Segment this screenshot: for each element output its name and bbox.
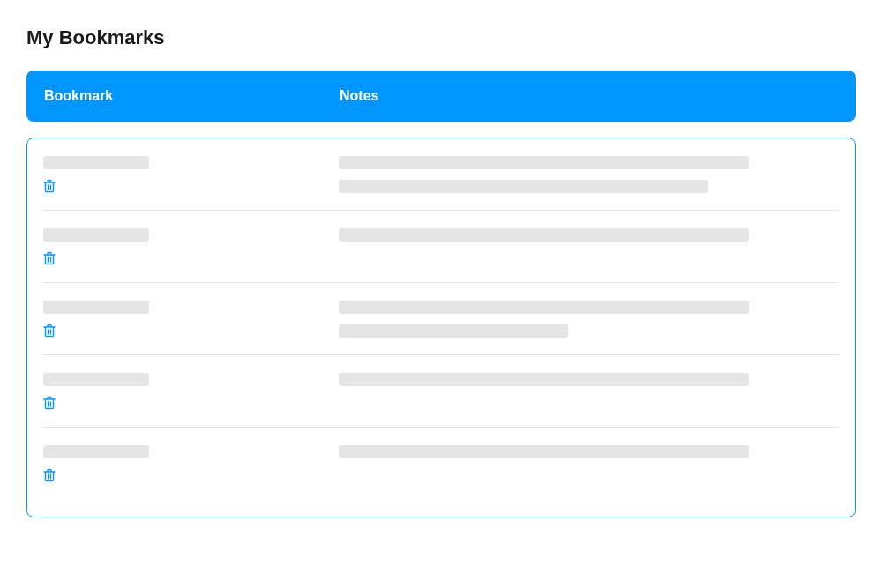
column-header-bookmark: Bookmark [44,88,340,104]
trash-icon [43,468,56,482]
bookmark-cell [43,445,339,483]
trash-icon [43,396,56,410]
table-row [43,211,839,283]
skeleton-line [339,228,749,242]
delete-button[interactable] [43,178,57,194]
bookmark-cell [43,373,339,411]
skeleton-title [43,228,149,242]
notes-cell [339,228,839,266]
notes-cell [339,156,839,194]
bookmark-cell [43,156,339,194]
trash-icon [43,179,56,193]
skeleton-line [339,324,568,338]
table-row [43,428,839,499]
skeleton-line [339,180,708,193]
skeleton-line [339,373,749,386]
skeleton-title [43,373,149,386]
delete-button[interactable] [43,250,57,266]
table-row [43,355,839,428]
column-header-notes: Notes [340,88,838,104]
skeleton-line [339,156,749,169]
bookmarks-panel [26,138,856,517]
trash-icon [43,251,56,265]
skeleton-title [43,301,149,314]
bookmark-cell [43,228,339,266]
bookmark-cell [43,301,339,339]
skeleton-title [43,156,149,169]
delete-button[interactable] [43,395,57,411]
notes-cell [339,445,839,483]
skeleton-line [339,445,749,458]
skeleton-line [339,301,749,314]
table-row [43,138,839,211]
table-header: Bookmark Notes [26,71,856,122]
table-row [43,283,839,355]
delete-button[interactable] [43,323,57,339]
delete-button[interactable] [43,467,57,483]
trash-icon [43,324,56,338]
page-title: My Bookmarks [26,26,856,49]
notes-cell [339,373,839,411]
skeleton-title [43,445,149,458]
notes-cell [339,301,839,339]
